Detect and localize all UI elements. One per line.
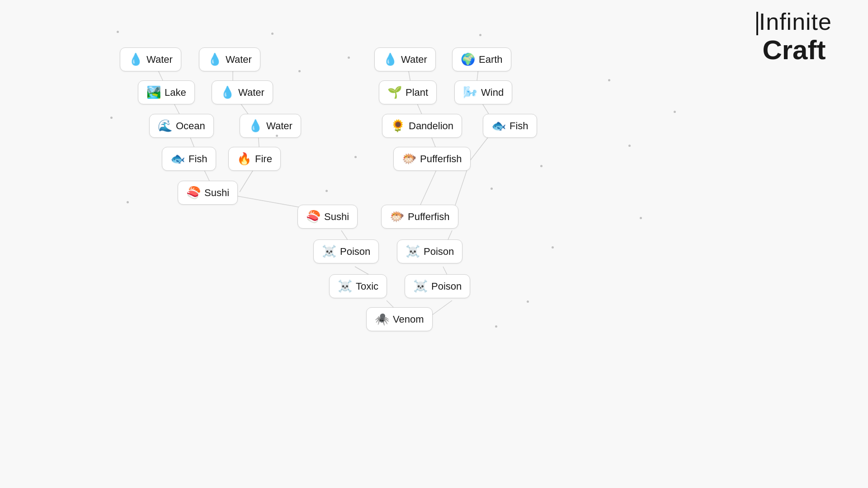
dot <box>640 217 642 219</box>
ocean-emoji: 🌊 <box>158 119 172 133</box>
water2-label: Water <box>226 54 252 66</box>
toxic-label: Toxic <box>356 281 378 292</box>
dot <box>491 188 493 190</box>
element-lake[interactable]: 🏞️ Lake <box>138 80 195 104</box>
element-fish1[interactable]: 🐟 Fish <box>162 147 216 171</box>
element-plant[interactable]: 🌱 Plant <box>379 80 437 104</box>
dot <box>127 201 129 203</box>
water1-label: Water <box>146 54 173 66</box>
pufferfish-emoji: 🐡 <box>390 210 404 224</box>
poison1-label: Poison <box>340 246 370 258</box>
pufferfish2-label: Pufferfish <box>408 211 450 223</box>
earth-emoji: 🌍 <box>461 52 475 66</box>
dot <box>117 31 119 33</box>
poison-emoji: ☠️ <box>322 244 336 258</box>
dot <box>110 117 113 119</box>
water-emoji: 💧 <box>220 85 235 99</box>
cursor-icon <box>756 12 758 35</box>
dot <box>495 325 497 328</box>
element-fire[interactable]: 🔥 Fire <box>228 147 281 171</box>
poison3-label: Poison <box>431 281 462 292</box>
dot <box>540 165 542 167</box>
fish2-label: Fish <box>509 120 528 132</box>
plant-emoji: 🌱 <box>387 85 402 99</box>
fish-emoji: 🐟 <box>491 119 506 133</box>
poison-emoji: ☠️ <box>413 279 428 293</box>
sushi-emoji: 🍣 <box>306 210 321 224</box>
earth-label: Earth <box>479 54 503 66</box>
main-canvas: Infinite Craft 💧 Water 💧 Water 🏞️ Lake 💧… <box>0 0 868 488</box>
fish-emoji: 🐟 <box>170 152 185 166</box>
pufferfish1-label: Pufferfish <box>420 153 462 165</box>
element-wind[interactable]: 🌬️ Wind <box>454 80 512 104</box>
element-fish2[interactable]: 🐟 Fish <box>483 114 537 138</box>
poison-emoji: ☠️ <box>406 244 420 258</box>
dot <box>326 190 328 192</box>
element-sushi1[interactable]: 🍣 Sushi <box>178 181 238 205</box>
water3-label: Water <box>238 87 264 99</box>
dot <box>628 145 631 147</box>
dot <box>348 56 350 59</box>
dot <box>271 33 274 35</box>
sushi-emoji: 🍣 <box>186 186 201 200</box>
sushi1-label: Sushi <box>204 187 229 199</box>
element-earth[interactable]: 🌍 Earth <box>452 47 511 71</box>
dot <box>552 246 554 249</box>
water-emoji: 💧 <box>248 119 263 133</box>
venom-label: Venom <box>393 314 424 325</box>
element-poison2[interactable]: ☠️ Poison <box>397 239 462 263</box>
element-water5[interactable]: 💧 Water <box>374 47 436 71</box>
element-poison1[interactable]: ☠️ Poison <box>313 239 379 263</box>
dot <box>479 34 481 36</box>
wind-label: Wind <box>481 87 504 99</box>
dot <box>276 135 278 137</box>
element-poison3[interactable]: ☠️ Poison <box>405 274 470 298</box>
venom-emoji: 🕷️ <box>375 312 389 326</box>
dot <box>674 111 676 113</box>
water-emoji: 💧 <box>383 52 397 66</box>
fire-label: Fire <box>255 153 272 165</box>
dandelion-emoji: 🌻 <box>391 119 405 133</box>
element-water2[interactable]: 💧 Water <box>199 47 260 71</box>
element-ocean[interactable]: 🌊 Ocean <box>149 114 214 138</box>
ocean-label: Ocean <box>176 120 205 132</box>
app-title-bottom: Craft <box>756 35 832 65</box>
element-water3[interactable]: 💧 Water <box>212 80 273 104</box>
element-dandelion[interactable]: 🌻 Dandelion <box>382 114 462 138</box>
water5-label: Water <box>401 54 427 66</box>
lake-label: Lake <box>165 87 186 99</box>
element-toxic[interactable]: ☠️ Toxic <box>329 274 387 298</box>
lake-emoji: 🏞️ <box>146 85 161 99</box>
water-emoji: 💧 <box>208 52 222 66</box>
plant-label: Plant <box>406 87 428 99</box>
element-water1[interactable]: 💧 Water <box>120 47 181 71</box>
pufferfish-emoji: 🐡 <box>402 152 416 166</box>
dot <box>608 79 610 81</box>
element-pufferfish2[interactable]: 🐡 Pufferfish <box>381 205 458 229</box>
element-sushi2[interactable]: 🍣 Sushi <box>297 205 358 229</box>
element-water4[interactable]: 💧 Water <box>240 114 301 138</box>
dot <box>298 70 301 72</box>
dot <box>527 300 529 303</box>
fire-emoji: 🔥 <box>237 152 251 166</box>
sushi2-label: Sushi <box>324 211 349 223</box>
toxic-emoji: ☠️ <box>338 279 352 293</box>
water4-label: Water <box>266 120 292 132</box>
element-venom[interactable]: 🕷️ Venom <box>366 307 433 331</box>
app-title: Infinite Craft <box>756 9 832 65</box>
dandelion-label: Dandelion <box>409 120 453 132</box>
poison2-label: Poison <box>424 246 454 258</box>
app-title-top: Infinite <box>756 9 832 35</box>
fish1-label: Fish <box>189 153 208 165</box>
wind-emoji: 🌬️ <box>463 85 477 99</box>
element-pufferfish1[interactable]: 🐡 Pufferfish <box>393 147 471 171</box>
dot <box>354 156 357 158</box>
water-emoji: 💧 <box>128 52 143 66</box>
